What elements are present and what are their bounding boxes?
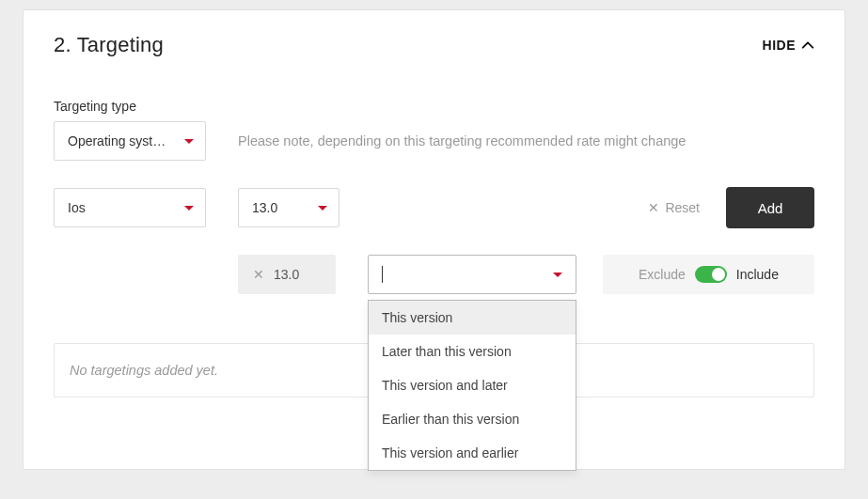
- chevron-up-icon: [801, 39, 814, 52]
- comparator-option[interactable]: This version and earlier: [369, 436, 576, 470]
- version-chip: ✕ 13.0: [238, 255, 336, 294]
- comparator-select[interactable]: [368, 255, 576, 294]
- platform-select[interactable]: Ios: [54, 188, 206, 227]
- refine-row: ✕ 13.0 This version Later than this vers…: [54, 255, 814, 294]
- caret-down-icon: [318, 206, 327, 211]
- caret-down-icon: [553, 273, 562, 277]
- targeting-type-label: Targeting type: [54, 99, 814, 114]
- include-switch[interactable]: [695, 266, 727, 283]
- reset-label: Reset: [665, 200, 700, 215]
- comparator-option[interactable]: This version: [369, 301, 576, 335]
- platform-value: Ios: [68, 200, 175, 215]
- targeting-type-row: Operating syst… Please note, depending o…: [54, 121, 814, 161]
- version-select[interactable]: 13.0: [238, 188, 339, 227]
- targeting-type-select[interactable]: Operating syst…: [54, 121, 206, 161]
- chip-remove-icon[interactable]: ✕: [253, 267, 264, 282]
- version-value: 13.0: [252, 200, 308, 215]
- comparator-option[interactable]: Later than this version: [369, 335, 576, 368]
- panel-header: 2. Targeting HIDE: [24, 10, 844, 65]
- toggle-on-label: Include: [736, 267, 779, 282]
- comparator-option[interactable]: This version and later: [369, 368, 576, 402]
- caret-down-icon: [184, 206, 194, 211]
- chip-value: 13.0: [274, 267, 299, 282]
- empty-state-text: No targetings added yet.: [70, 363, 218, 378]
- comparator-option[interactable]: Earlier than this version: [369, 402, 576, 436]
- panel-body: Targeting type Operating syst… Please no…: [24, 65, 844, 420]
- hide-section-button[interactable]: HIDE: [763, 38, 814, 53]
- comparator-wrap: This version Later than this version Thi…: [368, 255, 576, 294]
- os-version-row: Ios 13.0 ✕ Reset Add: [54, 187, 814, 228]
- x-icon: ✕: [648, 200, 659, 215]
- caret-down-icon: [184, 139, 194, 144]
- targeting-panel: 2. Targeting HIDE Targeting type Operati…: [23, 9, 845, 470]
- add-button[interactable]: Add: [726, 187, 814, 228]
- text-caret: [382, 266, 383, 283]
- targeting-type-value: Operating syst…: [68, 133, 175, 148]
- switch-knob: [712, 268, 725, 281]
- include-exclude-toggle: Exclude Include: [603, 255, 814, 294]
- toggle-off-label: Exclude: [639, 267, 686, 282]
- comparator-dropdown: This version Later than this version Thi…: [368, 300, 576, 471]
- section-title: 2. Targeting: [54, 33, 164, 57]
- reset-button[interactable]: ✕ Reset: [648, 200, 700, 215]
- hide-label: HIDE: [763, 38, 796, 53]
- targeting-hint: Please note, depending on this targeting…: [238, 133, 686, 148]
